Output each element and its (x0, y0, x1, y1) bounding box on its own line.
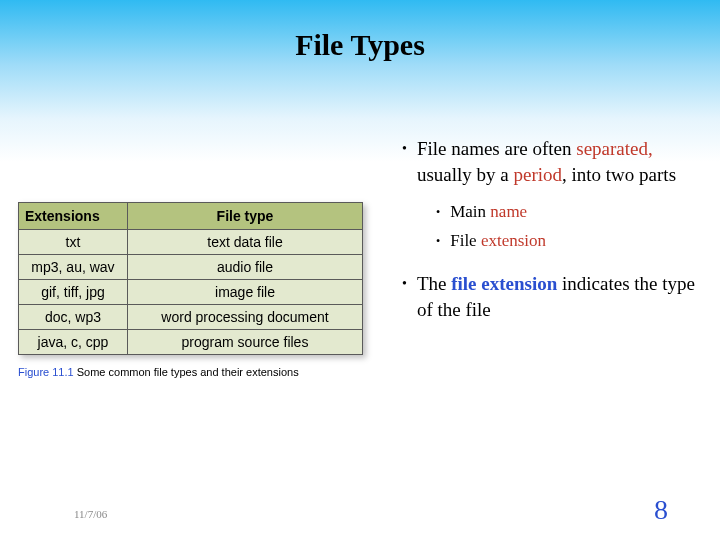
highlight-name: name (490, 202, 527, 221)
highlight-separated: separated, (576, 138, 652, 159)
bullet-text: Main name (450, 201, 700, 224)
page-number: 8 (654, 494, 668, 526)
slide-title: File Types (0, 28, 720, 62)
sub-bullet-1: • Main name (434, 201, 700, 224)
right-column: • File names are often separated, usuall… (400, 136, 700, 336)
th-file-type: File type (128, 203, 363, 230)
cell-type: word processing document (128, 305, 363, 330)
text-frag: usually by a (417, 164, 514, 185)
bullet-icon: • (436, 230, 440, 253)
bullet-icon: • (436, 201, 440, 224)
table-row: mp3, au, wav audio file (19, 255, 363, 280)
file-types-table: Extensions File type txt text data file … (18, 202, 363, 355)
text-frag: File (450, 231, 481, 250)
table-row: java, c, cpp program source files (19, 330, 363, 355)
bullet-1: • File names are often separated, usuall… (400, 136, 700, 187)
table-row: doc, wp3 word processing document (19, 305, 363, 330)
bullet-text: The file extension indicates the type of… (417, 271, 700, 322)
table-row: gif, tiff, jpg image file (19, 280, 363, 305)
sub-bullets: • Main name • File extension (434, 201, 700, 253)
cell-ext: gif, tiff, jpg (19, 280, 128, 305)
bullet-2: • The file extension indicates the type … (400, 271, 700, 322)
text-frag: The (417, 273, 451, 294)
figure-caption-text: Some common file types and their extensi… (77, 366, 299, 378)
cell-type: image file (128, 280, 363, 305)
th-extensions: Extensions (19, 203, 128, 230)
highlight-file-extension: file extension (451, 273, 557, 294)
slide: File Types Extensions File type txt text… (0, 0, 720, 540)
text-frag: File names are often (417, 138, 576, 159)
bullet-text: File names are often separated, usually … (417, 136, 700, 187)
table-header-row: Extensions File type (19, 203, 363, 230)
bullet-icon: • (402, 136, 407, 187)
sub-bullet-2: • File extension (434, 230, 700, 253)
figure-caption: Figure 11.1 Some common file types and t… (18, 365, 363, 379)
highlight-period: period (513, 164, 562, 185)
cell-ext: mp3, au, wav (19, 255, 128, 280)
bullet-text: File extension (450, 230, 700, 253)
cell-type: audio file (128, 255, 363, 280)
highlight-extension: extension (481, 231, 546, 250)
cell-ext: doc, wp3 (19, 305, 128, 330)
table-row: txt text data file (19, 230, 363, 255)
cell-ext: txt (19, 230, 128, 255)
footer-date: 11/7/06 (74, 508, 107, 520)
text-frag: Main (450, 202, 490, 221)
cell-ext: java, c, cpp (19, 330, 128, 355)
cell-type: program source files (128, 330, 363, 355)
left-column: Extensions File type txt text data file … (18, 202, 363, 379)
cell-type: text data file (128, 230, 363, 255)
bullet-icon: • (402, 271, 407, 322)
text-frag: , into two parts (562, 164, 676, 185)
figure-label: Figure 11.1 (18, 366, 74, 378)
